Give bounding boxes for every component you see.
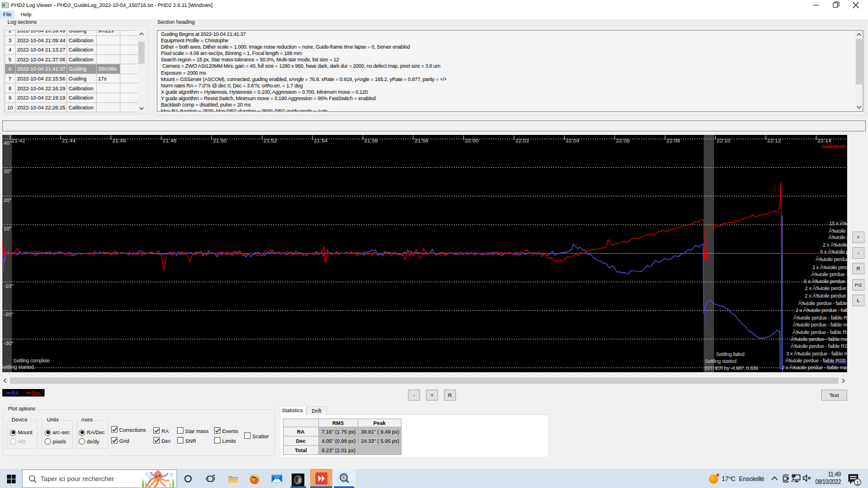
svg-text:3 x Ã‰toile perdue - faible ma: 3 x Ã‰toile perdue - faible masse (812, 265, 848, 270)
svg-text:6 x Ã‰toile perdue - faible ma: 6 x Ã‰toile perdue - faible masse (804, 278, 847, 284)
svg-text:22:12: 22:12 (767, 137, 781, 144)
svg-text:40": 40" (3, 140, 12, 146)
svg-text:Settling started.: Settling started. (2, 364, 35, 370)
svg-text:Ã‰toile perdue - faible masse: Ã‰toile perdue - faible masse (811, 271, 847, 277)
svg-text:21:50: 21:50 (213, 137, 227, 144)
svg-text:Settling started: Settling started (705, 358, 737, 364)
svg-text:2 x Ã‰toile perdue - faible ma: 2 x Ã‰toile perdue - faible masse (805, 293, 847, 299)
svg-text:22:06: 22:06 (616, 137, 630, 144)
svg-text:21:52: 21:52 (263, 137, 277, 144)
svg-text:3 x Ã‰toile perdue - faible ma: 3 x Ã‰toile perdue - faible masse (786, 351, 848, 357)
svg-text:22:02: 22:02 (515, 137, 529, 144)
svg-text:2 x Ã‰toile perdue - faible ma: 2 x Ã‰toile perdue - faible masse (782, 365, 847, 370)
svg-text:Ã‰toile perdue - faible masse: Ã‰toile perdue - faible masse (816, 256, 848, 262)
svg-text:21:54: 21:54 (314, 137, 328, 144)
svg-text:22:08: 22:08 (667, 137, 681, 144)
svg-text:2 x Ã‰toile perdue - faible ma: 2 x Ã‰toile perdue - faible masse (805, 285, 847, 291)
svg-text:21:48: 21:48 (163, 137, 176, 144)
svg-text:Ã‰toile perdue - faible RSB: Ã‰toile perdue - faible RSB (790, 343, 847, 349)
svg-text:21:56: 21:56 (364, 137, 378, 144)
svg-text:22:10: 22:10 (717, 137, 731, 144)
svg-text:6 x Ã‰toile perdue - faible ma: 6 x Ã‰toile perdue - faible masse (820, 249, 847, 255)
svg-text:22:00: 22:00 (465, 137, 479, 144)
svg-text:21:58: 21:58 (414, 137, 428, 144)
svg-text:Settling complete: Settling complete (13, 358, 50, 364)
svg-text:Ã‰toile perdue - faible masse: Ã‰toile perdue - faible masse (790, 336, 847, 342)
svg-text:GuideNorth: GuideNorth (821, 144, 846, 149)
svg-text:2 x Ã‰toile perdue - faible ma: 2 x Ã‰toile perdue - faible masse (823, 242, 847, 248)
svg-text:22:04: 22:04 (566, 137, 580, 144)
svg-text:21:44: 21:44 (62, 137, 76, 144)
svg-text:10": 10" (3, 225, 12, 232)
svg-text:Ã‰toile perdue - faible RSB: Ã‰toile perdue - faible RSB (792, 329, 847, 335)
svg-text:Settling failed: Settling failed (716, 351, 744, 357)
svg-text:Ã‰toile perdue - faible RSB: Ã‰toile perdue - faible RSB (793, 315, 847, 321)
svg-text:15 x Ã‰toile perdue - faible m: 15 x Ã‰toile perdue - faible masse (829, 221, 847, 226)
svg-text:Ã‰toile perdue - faible RSB: Ã‰toile perdue - faible RSB (785, 358, 846, 364)
svg-text:Ã‰toile perdue - faible masse: Ã‰toile perdue - faible masse (798, 300, 847, 306)
svg-text:1: 1 (856, 480, 859, 486)
svg-text:2 x Ã‰toile perdue - faible ma: 2 x Ã‰toile perdue - faible masse (796, 307, 847, 313)
svg-text:Ã‰toile perdue - faible masse: Ã‰toile perdue - faible masse (793, 322, 847, 328)
svg-text:DITHER by -4.987, 0.636: DITHER by -4.987, 0.636 (705, 365, 758, 371)
svg-text:-10": -10" (3, 282, 13, 289)
svg-text:21:46: 21:46 (112, 137, 126, 144)
svg-text:-30": -30" (3, 340, 13, 346)
svg-text:30": 30" (3, 168, 12, 174)
svg-text:21:42: 21:42 (12, 137, 25, 144)
svg-text:22:14: 22:14 (818, 137, 832, 144)
svg-text:Ã‰toile perdue - faible masse: Ã‰toile perdue - faible masse (829, 228, 847, 234)
svg-text:Ã‰toile perdue - faible masse: Ã‰toile perdue - faible masse (828, 234, 847, 240)
svg-text:-20": -20" (3, 311, 13, 317)
svg-text:20": 20" (3, 197, 12, 203)
